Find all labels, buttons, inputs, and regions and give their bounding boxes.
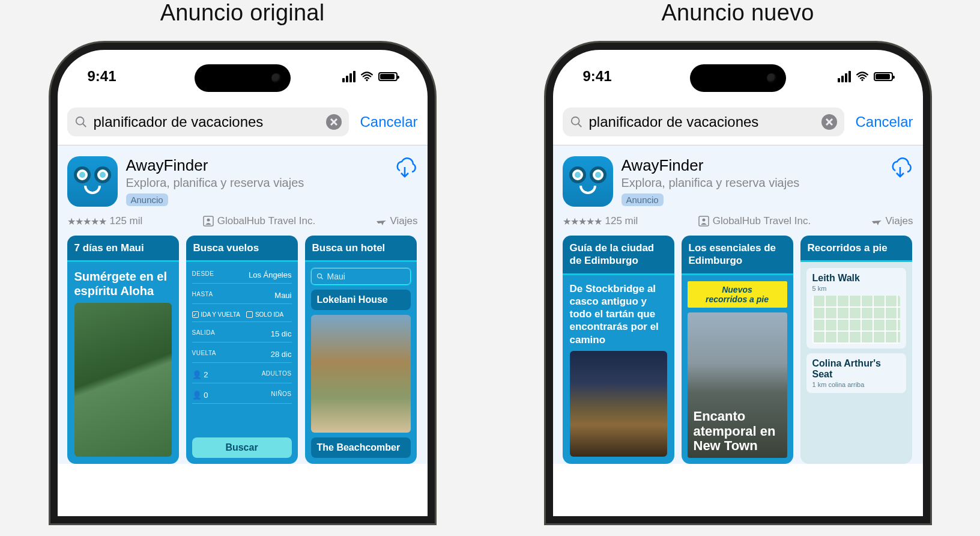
rating: ★★★★★ 125 mil bbox=[563, 215, 638, 227]
card-title: Guía de la ciudad de Edimburgo bbox=[563, 236, 674, 275]
app-name[interactable]: AwayFinder bbox=[126, 156, 383, 175]
developer-icon bbox=[698, 216, 709, 227]
search-flights-button: Buscar bbox=[192, 437, 292, 458]
walk-item: Leith Walk 5 km bbox=[806, 268, 906, 349]
svg-line-12 bbox=[578, 124, 581, 127]
rating: ★★★★★ 125 mil bbox=[67, 215, 143, 227]
image-placeholder bbox=[311, 315, 411, 433]
search-input[interactable]: planificador de vacaciones bbox=[67, 108, 349, 136]
close-icon bbox=[330, 118, 337, 126]
block-title-original: Anuncio original bbox=[160, 0, 325, 26]
status-time: 9:41 bbox=[88, 68, 116, 85]
cancel-button[interactable]: Cancelar bbox=[855, 114, 913, 130]
search-text: planificador de vacaciones bbox=[589, 114, 816, 130]
overlay-text: Encanto atemporal en New Town bbox=[694, 409, 781, 453]
dynamic-island bbox=[690, 64, 786, 92]
app-icon[interactable] bbox=[563, 156, 613, 207]
clear-search-button[interactable] bbox=[326, 114, 342, 130]
card-title: Busca un hotel bbox=[305, 236, 417, 262]
screenshot-card: Los esenciales de Edimburgo Nuevos recor… bbox=[682, 236, 793, 464]
hotel-item: Lokelani House bbox=[311, 290, 411, 310]
svg-point-8 bbox=[317, 274, 321, 278]
wifi-icon bbox=[856, 72, 869, 81]
app-subtitle: Explora, planifica y reserva viajes bbox=[622, 176, 879, 190]
download-button[interactable] bbox=[887, 156, 913, 183]
hotel-item: The Beachcomber bbox=[311, 437, 411, 458]
card-title: 7 días en Maui bbox=[67, 236, 179, 262]
device-frame: 9:41 planificador de vacaciones Cancelar bbox=[546, 43, 930, 523]
ad-result: AwayFinder Explora, planifica y reserva … bbox=[553, 145, 923, 464]
block-title-new: Anuncio nuevo bbox=[661, 0, 814, 26]
airplane-icon bbox=[871, 216, 882, 227]
svg-line-9 bbox=[321, 278, 322, 279]
card-title: Busca vuelos bbox=[186, 236, 298, 262]
download-button[interactable] bbox=[392, 156, 418, 183]
status-time: 9:41 bbox=[583, 68, 612, 85]
original-ad-block: Anuncio original 9:41 planificador de va… bbox=[50, 0, 435, 523]
svg-point-11 bbox=[571, 117, 579, 125]
new-ad-block: Anuncio nuevo 9:41 planificador de vacac… bbox=[546, 0, 930, 523]
search-text: planificador de vacaciones bbox=[94, 114, 321, 130]
star-icons: ★★★★★ bbox=[563, 216, 602, 227]
cloud-download-icon bbox=[887, 156, 913, 183]
screenshot-card: Busca vuelos DESDELos Ángeles HASTAMaui … bbox=[186, 236, 298, 464]
cancel-button[interactable]: Cancelar bbox=[360, 114, 417, 130]
image-placeholder bbox=[570, 351, 667, 457]
svg-point-7 bbox=[207, 219, 210, 222]
category-link[interactable]: Viajes bbox=[376, 215, 418, 227]
cloud-download-icon bbox=[392, 156, 418, 183]
screenshot-card: Busca un hotel Maui Lokelani House The B… bbox=[305, 236, 417, 464]
card-title: Recorridos a pie bbox=[800, 236, 912, 262]
airplane-icon bbox=[376, 216, 387, 227]
search-input[interactable]: planificador de vacaciones bbox=[563, 108, 845, 136]
search-icon bbox=[570, 115, 583, 129]
hotel-search-field: Maui bbox=[311, 268, 411, 285]
star-icons: ★★★★★ bbox=[67, 216, 106, 227]
developer-icon bbox=[203, 216, 214, 227]
battery-icon bbox=[378, 72, 398, 81]
promo-banner: Nuevos recorridos a pie bbox=[688, 281, 787, 308]
svg-point-17 bbox=[702, 219, 705, 222]
card-subhead: Sumérgete en el espíritu Aloha bbox=[74, 269, 172, 298]
cellular-icon bbox=[342, 71, 355, 82]
search-icon bbox=[74, 115, 88, 129]
screenshot-card: Recorridos a pie Leith Walk 5 km Colina … bbox=[800, 236, 912, 464]
app-name[interactable]: AwayFinder bbox=[622, 156, 879, 175]
rating-count: 125 mil bbox=[605, 215, 638, 227]
close-icon bbox=[826, 118, 833, 126]
battery-icon bbox=[874, 72, 893, 81]
svg-point-10 bbox=[861, 79, 863, 81]
dynamic-island bbox=[195, 64, 291, 92]
svg-point-1 bbox=[76, 117, 83, 125]
search-bar: planificador de vacaciones Cancelar bbox=[553, 108, 923, 145]
screenshot-card: 7 días en Maui Sumérgete en el espíritu … bbox=[67, 236, 179, 464]
developer-link[interactable]: GlobalHub Travel Inc. bbox=[698, 215, 811, 227]
app-icon[interactable] bbox=[67, 156, 118, 207]
device-frame: 9:41 planificador de vacaciones Cancelar bbox=[50, 43, 435, 523]
card-description: De Stockbridge al casco antiguo y todo e… bbox=[570, 282, 667, 346]
screenshot-carousel[interactable]: Guía de la ciudad de Edimburgo De Stockb… bbox=[563, 236, 913, 464]
cellular-icon bbox=[838, 71, 851, 82]
card-title: Los esenciales de Edimburgo bbox=[682, 236, 793, 275]
svg-line-2 bbox=[82, 124, 86, 127]
map-thumbnail bbox=[812, 296, 900, 344]
rating-count: 125 mil bbox=[110, 215, 143, 227]
screenshot-card: Guía de la ciudad de Edimburgo De Stockb… bbox=[563, 236, 674, 464]
screenshot-carousel[interactable]: 7 días en Maui Sumérgete en el espíritu … bbox=[67, 236, 418, 464]
walk-item: Colina Arthur's Seat 1 km colina arriba bbox=[806, 353, 906, 393]
developer-link[interactable]: GlobalHub Travel Inc. bbox=[203, 215, 315, 227]
clear-search-button[interactable] bbox=[821, 114, 837, 130]
search-bar: planificador de vacaciones Cancelar bbox=[58, 108, 428, 145]
wifi-icon bbox=[360, 72, 374, 81]
ad-badge: Anuncio bbox=[622, 193, 664, 206]
category-link[interactable]: Viajes bbox=[871, 215, 913, 227]
ad-badge: Anuncio bbox=[126, 193, 168, 206]
ad-result: AwayFinder Explora, planifica y reserva … bbox=[58, 145, 428, 464]
search-icon bbox=[316, 273, 324, 280]
app-subtitle: Explora, planifica y reserva viajes bbox=[126, 176, 383, 190]
image-placeholder: Encanto atemporal en New Town bbox=[688, 312, 787, 458]
svg-point-0 bbox=[366, 79, 368, 81]
image-placeholder bbox=[74, 303, 172, 457]
